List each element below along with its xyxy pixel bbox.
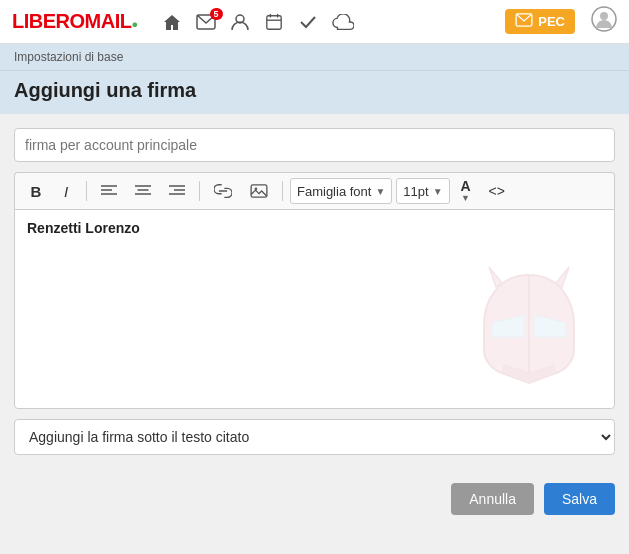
color-arrow: ▼ [461, 193, 470, 203]
mail-badge: 5 [210, 8, 223, 20]
logo-mail: MAIL [85, 10, 132, 32]
header: LIBEROMAIL● 5 PEC [0, 0, 629, 44]
pec-mail-icon [515, 13, 533, 30]
tasks-icon[interactable] [298, 13, 318, 31]
user-avatar-icon[interactable] [591, 6, 617, 38]
contacts-icon[interactable] [230, 13, 250, 31]
signature-position-select[interactable]: Aggiungi la firma sotto il testo citato … [14, 419, 615, 455]
watermark-logo [474, 265, 584, 398]
page-header: Aggiungi una firma [0, 71, 629, 114]
italic-button[interactable]: I [53, 178, 79, 204]
link-button[interactable] [207, 178, 239, 204]
align-left-button[interactable] [94, 178, 124, 204]
font-family-dropdown[interactable]: Famiglia font ▼ [290, 178, 392, 204]
toolbar-separator-1 [86, 181, 87, 201]
editor-area[interactable]: Renzetti Lorenzo [14, 209, 615, 409]
logo-dot: ● [131, 18, 137, 30]
page-title: Aggiungi una firma [14, 79, 615, 102]
svg-rect-18 [251, 185, 267, 197]
align-center-button[interactable] [128, 178, 158, 204]
font-size-arrow: ▼ [433, 186, 443, 197]
font-family-arrow: ▼ [375, 186, 385, 197]
editor-content: Renzetti Lorenzo [27, 220, 602, 236]
footer-bar: Annulla Salva [0, 469, 629, 529]
main-content: B I Famiglia font ▼ 11pt [0, 114, 629, 469]
color-A-label: A [460, 179, 470, 193]
svg-point-8 [600, 12, 608, 20]
logo[interactable]: LIBEROMAIL● [12, 10, 138, 33]
home-icon[interactable] [162, 13, 182, 31]
logo-libero: LIBERO [12, 10, 85, 32]
cloud-icon[interactable] [332, 14, 354, 30]
toolbar-separator-2 [199, 181, 200, 201]
calendar-icon[interactable] [264, 13, 284, 31]
align-right-button[interactable] [162, 178, 192, 204]
font-size-label: 11pt [403, 184, 428, 199]
pec-button[interactable]: PEC [505, 9, 575, 34]
save-button[interactable]: Salva [544, 483, 615, 515]
signature-name-input[interactable] [14, 128, 615, 162]
font-color-button[interactable]: A ▼ [454, 178, 478, 204]
font-size-dropdown[interactable]: 11pt ▼ [396, 178, 449, 204]
bold-button[interactable]: B [23, 178, 49, 204]
breadcrumb-text: Impostazioni di base [14, 50, 123, 64]
pec-label: PEC [538, 14, 565, 29]
font-family-label: Famiglia font [297, 184, 371, 199]
source-button[interactable]: <> [482, 178, 512, 204]
mail-icon[interactable]: 5 [196, 14, 216, 30]
toolbar-separator-3 [282, 181, 283, 201]
editor-toolbar: B I Famiglia font ▼ 11pt [14, 172, 615, 209]
svg-rect-2 [266, 15, 280, 29]
breadcrumb: Impostazioni di base [0, 44, 629, 71]
nav-icons: 5 [162, 13, 354, 31]
cancel-button[interactable]: Annulla [451, 483, 534, 515]
image-button[interactable] [243, 178, 275, 204]
